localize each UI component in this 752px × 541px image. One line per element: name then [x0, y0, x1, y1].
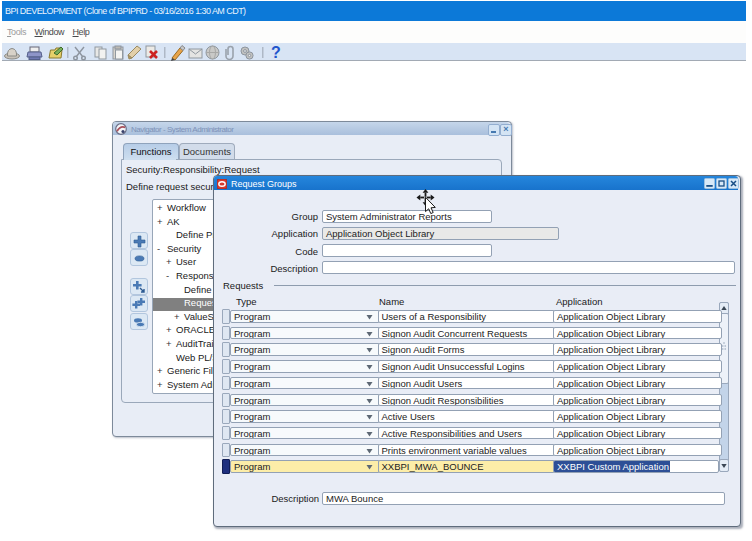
svg-text:?: ?	[271, 44, 281, 61]
